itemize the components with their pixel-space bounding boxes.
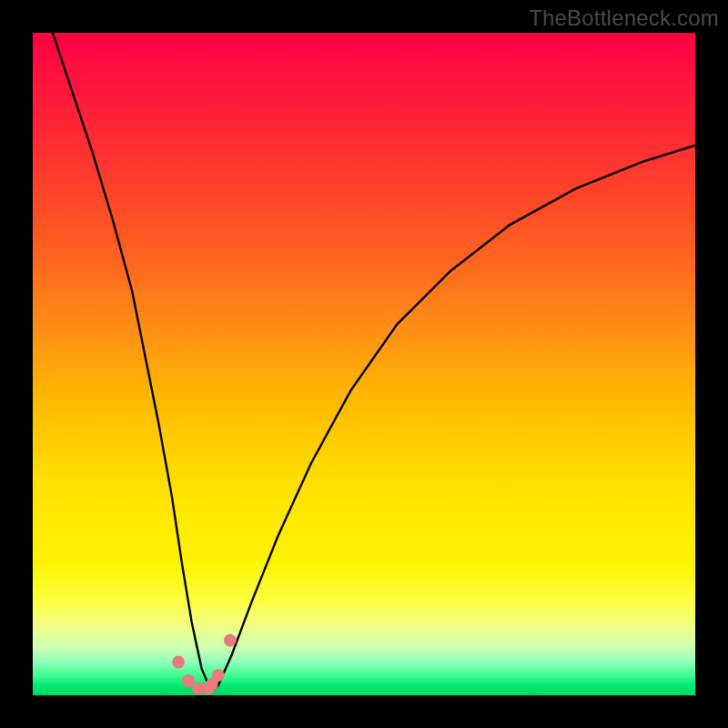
highlight-dot — [182, 674, 195, 687]
bottleneck-curve — [33, 33, 695, 692]
chart-frame: TheBottleneck.com — [0, 0, 728, 728]
curve-svg — [33, 33, 695, 695]
highlight-dot — [212, 669, 225, 682]
highlight-dot — [224, 634, 237, 647]
highlight-dot — [172, 656, 185, 669]
watermark-text: TheBottleneck.com — [529, 5, 719, 31]
plot-area — [33, 33, 695, 695]
